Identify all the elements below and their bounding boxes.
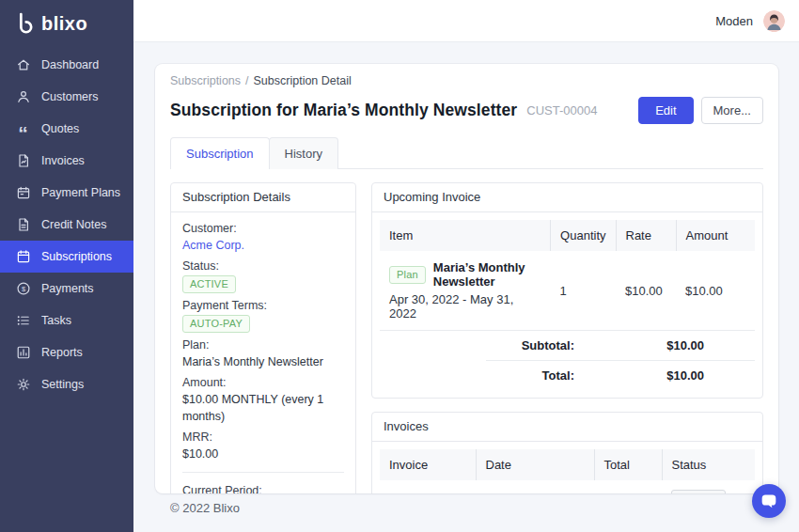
- panel-title: Subscription Details: [171, 183, 355, 212]
- sidebar-item-credit-notes[interactable]: Credit Notes: [0, 209, 133, 241]
- chat-bubble-icon: [759, 491, 779, 511]
- mrr-value: $10.00: [182, 446, 344, 462]
- chat-widget-button[interactable]: [752, 484, 786, 518]
- table-row: INV-0007 Apr 20, 2022 $3.33 ISSUED: [380, 480, 755, 493]
- mrr-label: MRR:: [182, 429, 344, 446]
- page-title: Subscription for Maria’s Monthly Newslet…: [170, 101, 517, 120]
- column-total: Total: [594, 449, 662, 480]
- sidebar-item-label: Invoices: [41, 154, 85, 167]
- table-header-row: Item Quantity Rate Amount: [380, 220, 755, 251]
- sidebar-item-label: Subscriptions: [41, 250, 112, 263]
- sidebar-item-quotes[interactable]: “ Quotes: [0, 113, 133, 145]
- details-divider: [182, 472, 344, 473]
- user-icon: [15, 89, 31, 105]
- title-row: Subscription for Maria’s Monthly Newslet…: [170, 96, 763, 124]
- more-button[interactable]: More...: [701, 97, 763, 124]
- tab-history[interactable]: History: [269, 137, 338, 169]
- payment-terms-badge: AUTO-PAY: [182, 315, 250, 333]
- content: Subscriptions/Subscription Detail Subscr…: [133, 42, 799, 532]
- customer-label: Customer:: [182, 220, 344, 237]
- avatar[interactable]: [763, 10, 785, 32]
- tabs: Subscription History: [170, 137, 763, 169]
- item-amount: $10.00: [676, 251, 755, 331]
- blixo-logo[interactable]: blixo: [0, 0, 133, 49]
- right-column: Upcoming Invoice Item Quantity Rate Amou…: [371, 182, 763, 493]
- invoices-table: Invoice Date Total Status INV-0007: [380, 449, 755, 493]
- edit-button[interactable]: Edit: [638, 97, 693, 124]
- main-area: Moden Subscriptions/Subscription Detail …: [133, 0, 799, 532]
- sidebar-item-payment-plans[interactable]: Payment Plans: [0, 177, 133, 209]
- column-invoice: Invoice: [380, 449, 476, 480]
- plan-label: Plan:: [182, 336, 344, 353]
- panels: Subscription Details Customer: Acme Corp…: [170, 182, 763, 493]
- subscription-details-panel: Subscription Details Customer: Acme Corp…: [170, 182, 356, 493]
- user-menu-label[interactable]: Moden: [715, 14, 753, 28]
- reports-icon: [15, 345, 31, 361]
- sidebar-item-label: Settings: [41, 378, 84, 391]
- panel-title: Invoices: [372, 413, 762, 442]
- sidebar: blixo Dashboard Customers “ Quotes Invoi…: [0, 0, 133, 532]
- sidebar-item-label: Dashboard: [41, 58, 99, 71]
- current-period-label: Current Period:: [182, 482, 344, 493]
- column-quantity: Quantity: [551, 220, 616, 251]
- breadcrumb-current: Subscription Detail: [254, 74, 352, 87]
- column-status: Status: [662, 449, 755, 480]
- blixo-logo-text: blixo: [41, 13, 87, 35]
- column-amount: Amount: [676, 220, 755, 251]
- invoice-link[interactable]: INV-0007: [389, 492, 440, 493]
- total-row: Total: $10.00: [486, 360, 755, 390]
- details-body: Customer: Acme Corp. Status: ACTIVE Paym…: [171, 212, 355, 493]
- svg-text:$: $: [21, 285, 25, 293]
- subtotal-row: Subtotal: $10.00: [486, 331, 755, 360]
- item-rate: $10.00: [616, 251, 676, 331]
- amount-value: $10.00 MONTHLY (every 1 months): [182, 391, 344, 425]
- credit-note-icon: [15, 217, 31, 233]
- status-label: Status:: [182, 258, 344, 274]
- plan-badge: Plan: [389, 266, 426, 284]
- sidebar-item-payments[interactable]: $ Payments: [0, 273, 133, 305]
- payment-plans-icon: [15, 185, 31, 201]
- total-value: $10.00: [574, 368, 704, 383]
- breadcrumb: Subscriptions/Subscription Detail: [170, 73, 763, 88]
- sidebar-item-subscriptions[interactable]: Subscriptions: [0, 241, 133, 273]
- status-badge: ACTIVE: [182, 275, 236, 293]
- tab-subscription[interactable]: Subscription: [170, 137, 270, 169]
- panel-title: Upcoming Invoice: [372, 183, 762, 212]
- amount-label: Amount:: [182, 374, 344, 391]
- payments-icon: $: [15, 281, 31, 297]
- item-name: Maria’s Monthly Newsletter: [433, 260, 541, 289]
- quote-icon: “: [15, 121, 31, 137]
- sidebar-item-invoices[interactable]: Invoices: [0, 145, 133, 177]
- customer-link[interactable]: Acme Corp.: [182, 239, 244, 252]
- item-quantity: 1: [551, 251, 616, 331]
- sidebar-item-label: Customers: [41, 90, 98, 103]
- payment-terms-label: Payment Terms:: [182, 297, 344, 314]
- sidebar-item-customers[interactable]: Customers: [0, 81, 133, 113]
- sidebar-item-dashboard[interactable]: Dashboard: [0, 49, 133, 81]
- table-header-row: Invoice Date Total Status: [380, 449, 755, 480]
- breadcrumb-subscriptions[interactable]: Subscriptions: [170, 74, 241, 87]
- sidebar-item-label: Payment Plans: [41, 186, 120, 199]
- sidebar-item-label: Tasks: [41, 314, 71, 327]
- column-rate: Rate: [616, 220, 676, 251]
- home-icon: [15, 57, 31, 73]
- invoice-status-badge: ISSUED: [671, 490, 726, 493]
- sidebar-item-settings[interactable]: Settings: [0, 368, 133, 400]
- subtotal-label: Subtotal:: [522, 338, 574, 352]
- totals: Subtotal: $10.00 Total: $10.00: [380, 331, 755, 390]
- sidebar-item-reports[interactable]: Reports: [0, 336, 133, 368]
- total-label: Total:: [542, 368, 574, 383]
- item-period: Apr 30, 2022 - May 31, 2022: [389, 292, 541, 321]
- breadcrumb-separator: /: [245, 74, 248, 87]
- tasks-icon: [15, 313, 31, 329]
- sidebar-item-tasks[interactable]: Tasks: [0, 305, 133, 336]
- sidebar-item-label: Quotes: [41, 122, 79, 135]
- plan-value: Maria’s Monthly Newsletter: [182, 353, 344, 370]
- invoices-panel: Invoices Invoice Date Total Status: [371, 412, 763, 493]
- invoice-total: $3.33: [594, 480, 662, 493]
- sidebar-item-label: Payments: [41, 282, 94, 295]
- invoice-date: Apr 20, 2022: [476, 480, 594, 493]
- upcoming-invoice-panel: Upcoming Invoice Item Quantity Rate Amou…: [371, 182, 763, 399]
- customer-code: CUST-00004: [526, 103, 597, 117]
- invoice-icon: [15, 153, 31, 169]
